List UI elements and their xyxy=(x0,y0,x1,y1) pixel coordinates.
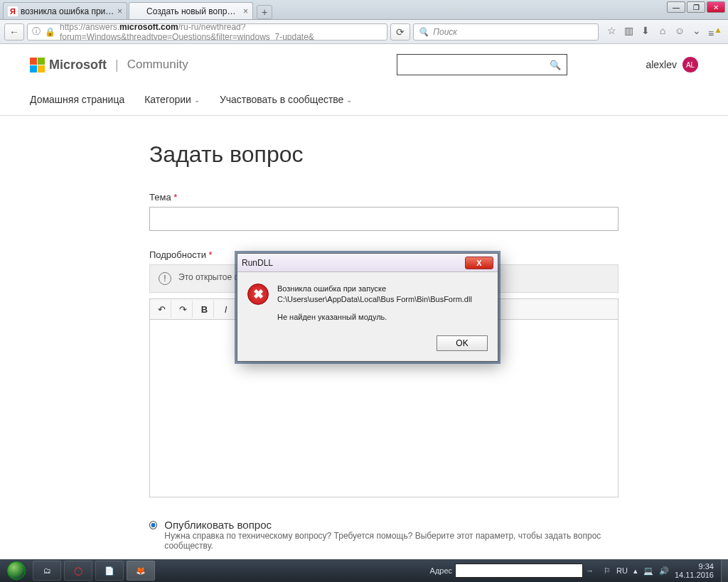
site-header: Microsoft | Community 🔍 alexlev AL xyxy=(0,44,728,81)
taskbar-address-input[interactable] xyxy=(455,564,583,578)
browser-toolbar: ← ⓘ 🔒 https://answers.microsoft.com/ru-r… xyxy=(0,20,728,44)
taskbar-opera[interactable]: ◯ xyxy=(64,561,92,581)
bold-button[interactable]: B xyxy=(196,301,214,318)
italic-button[interactable]: I xyxy=(217,301,235,318)
maximize-button[interactable]: ❐ xyxy=(687,1,705,13)
error-icon: ✖ xyxy=(247,284,269,305)
taskbar-address: Адрес → xyxy=(430,564,597,578)
divider: | xyxy=(115,58,119,72)
home-icon[interactable]: ⌂ xyxy=(657,25,668,39)
pocket-icon[interactable]: ⌄ xyxy=(691,25,702,39)
chevron-down-icon: ⌄ xyxy=(194,96,200,104)
windows-taskbar: 🗂 ◯ 📄 🦊 Адрес → ⚐ RU ▴ 💻 🔊 9:34 14.11.20… xyxy=(0,559,728,582)
tray-up-icon[interactable]: ▴ xyxy=(633,566,638,576)
tray-network-icon[interactable]: 💻 xyxy=(643,566,653,576)
dialog-message-1: Возникла ошибка при запуске C:\Users\use… xyxy=(277,284,486,305)
system-tray: ⚐ RU ▴ 💻 🔊 9:34 14.11.2016 xyxy=(596,562,721,579)
brand-text: Microsoft xyxy=(49,58,107,72)
windows-icon xyxy=(7,561,26,580)
go-icon[interactable]: → xyxy=(583,566,596,575)
site-search-input[interactable]: 🔍 xyxy=(397,54,567,75)
tab-title: Создать новый вопрос ил... xyxy=(146,6,240,16)
window-controls: — ❐ ✕ xyxy=(665,1,725,13)
microsoft-logo[interactable]: Microsoft xyxy=(30,58,107,72)
section-text[interactable]: Community xyxy=(127,58,188,72)
microsoft-icon xyxy=(30,58,45,72)
library-icon[interactable]: ▥ xyxy=(623,25,634,39)
taskbar-explorer[interactable]: 🗂 xyxy=(33,561,61,581)
close-window-button[interactable]: ✕ xyxy=(707,1,725,13)
nav-participate[interactable]: Участвовать в сообществе⌄ xyxy=(220,94,353,105)
tray-lang[interactable]: RU xyxy=(616,566,628,575)
clock-date: 14.11.2016 xyxy=(675,571,714,579)
bookmark-icon[interactable]: ☆ xyxy=(606,25,617,39)
info-icon: ⓘ xyxy=(32,26,41,38)
download-icon[interactable]: ⬇ xyxy=(640,25,651,39)
menu-icon[interactable]: ≡▲ xyxy=(708,25,719,39)
info-icon: ! xyxy=(159,272,171,285)
nav-categories[interactable]: Категории⌄ xyxy=(144,94,200,105)
radio-selected[interactable] xyxy=(149,521,157,529)
tab-title: возникла ошибка при зап... xyxy=(21,6,114,16)
clock-time: 9:34 xyxy=(675,562,714,571)
search-icon: 🔍 xyxy=(418,27,429,37)
redo-button[interactable]: ↷ xyxy=(174,301,193,318)
browser-search-input[interactable]: 🔍 Поиск xyxy=(413,23,599,41)
dialog-title: RunDLL xyxy=(242,258,273,268)
taskbar-notepad[interactable]: 📄 xyxy=(95,561,124,581)
search-placeholder: Поиск xyxy=(433,27,457,37)
page-viewport: Microsoft | Community 🔍 alexlev AL Домаш… xyxy=(0,44,728,559)
show-desktop-button[interactable] xyxy=(721,559,728,582)
microsoft-icon xyxy=(134,6,144,16)
user-name: alexlev xyxy=(646,59,677,70)
dialog-ok-button[interactable]: OK xyxy=(437,335,488,351)
url-input[interactable]: ⓘ 🔒 https://answers.microsoft.com/ru-ru/… xyxy=(27,23,387,41)
reload-button[interactable]: ⟳ xyxy=(390,23,410,41)
subject-input[interactable] xyxy=(149,207,619,231)
address-label: Адрес xyxy=(430,566,453,575)
user-menu[interactable]: alexlev AL xyxy=(646,57,698,72)
browser-tab-2[interactable]: Создать новый вопрос ил... × xyxy=(129,2,253,19)
start-button[interactable] xyxy=(3,561,30,581)
undo-button[interactable]: ↶ xyxy=(153,301,171,318)
taskbar-firefox[interactable]: 🦊 xyxy=(127,561,155,581)
url-text: https://answers.microsoft.com/ru-ru/newt… xyxy=(60,23,382,41)
new-tab-button[interactable]: + xyxy=(257,5,272,19)
subject-label: Тема * xyxy=(149,192,619,203)
publish-title: Опубликовать вопрос xyxy=(164,519,619,531)
smile-icon[interactable]: ☺ xyxy=(674,25,685,39)
publish-option[interactable]: Опубликовать вопрос Нужна справка по тех… xyxy=(149,519,619,551)
error-dialog: RunDLL X ✖ Возникла ошибка при запуске C… xyxy=(237,253,498,362)
dialog-message-2: Не найден указанный модуль. xyxy=(277,312,486,323)
browser-tabbar: Я возникла ошибка при зап... × Создать н… xyxy=(0,0,728,20)
dialog-titlebar[interactable]: RunDLL X xyxy=(237,254,498,272)
dialog-close-button[interactable]: X xyxy=(465,257,493,269)
page-title: Задать вопрос xyxy=(149,141,619,168)
lock-icon: 🔒 xyxy=(45,27,55,37)
publish-desc: Нужна справка по техническому вопросу? Т… xyxy=(164,531,619,551)
browser-tab-1[interactable]: Я возникла ошибка при зап... × xyxy=(3,2,127,19)
toolbar-icons: ☆ ▥ ⬇ ⌂ ☺ ⌄ ≡▲ xyxy=(601,25,724,39)
close-icon[interactable]: × xyxy=(243,6,248,16)
main-nav: Домашняя страница Категории⌄ Участвовать… xyxy=(0,81,728,116)
tray-flag-icon[interactable]: ⚐ xyxy=(604,566,611,576)
back-button[interactable]: ← xyxy=(4,23,24,41)
yandex-icon: Я xyxy=(8,6,18,16)
close-icon[interactable]: × xyxy=(117,6,122,16)
minimize-button[interactable]: — xyxy=(667,1,685,13)
search-icon: 🔍 xyxy=(550,60,561,70)
dialog-body: ✖ Возникла ошибка при запуске C:\Users\u… xyxy=(237,272,498,330)
tray-volume-icon[interactable]: 🔊 xyxy=(659,566,669,576)
chevron-down-icon: ⌄ xyxy=(346,96,352,104)
tray-clock[interactable]: 9:34 14.11.2016 xyxy=(675,562,717,579)
nav-home[interactable]: Домашняя страница xyxy=(30,94,124,105)
avatar: AL xyxy=(682,57,698,72)
